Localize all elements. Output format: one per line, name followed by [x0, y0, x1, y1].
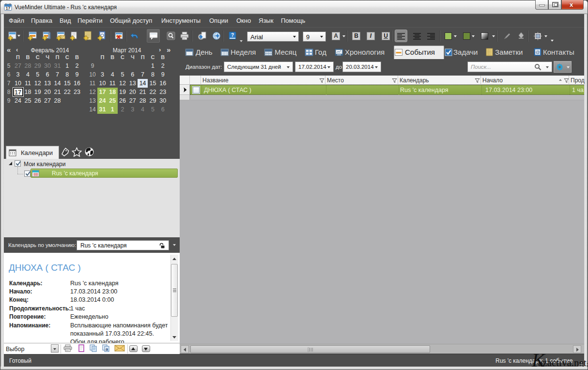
svg-text:@: @ — [535, 50, 540, 55]
svg-text:17: 17 — [6, 6, 11, 11]
svg-text:?: ? — [231, 32, 234, 38]
